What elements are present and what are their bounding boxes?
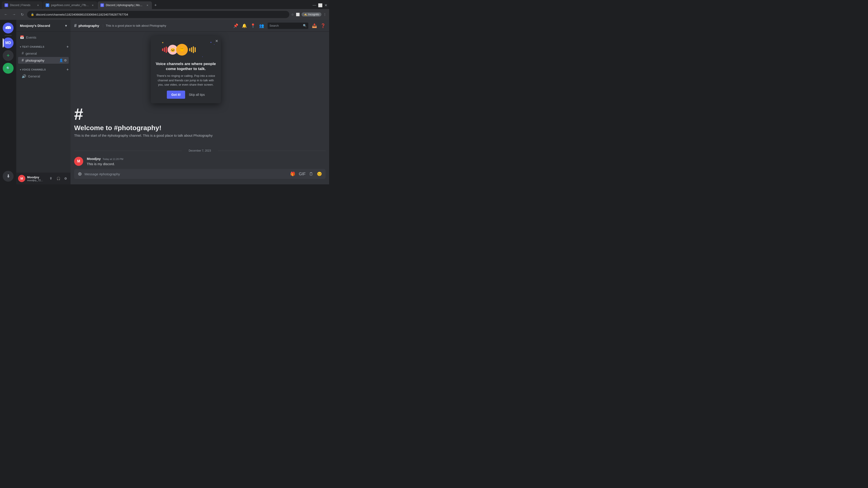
address-bar[interactable]: 🔒 discord.com/channels/11823406686103306… (27, 11, 289, 18)
channel-photography[interactable]: # photography 👤 ⚙ (18, 57, 69, 64)
user-avatar: M (18, 175, 25, 182)
restore-icon[interactable]: ⬜ (318, 3, 322, 7)
discord-home-icon[interactable] (3, 23, 13, 33)
bookmark-icon[interactable]: ☆ (291, 13, 294, 16)
input-actions: 🎁 GIF 🗒 😊 (290, 171, 322, 176)
channel-list: 📅 Events ▾ TEXT CHANNELS + # general # p… (16, 32, 70, 173)
add-text-channel-button[interactable]: + (66, 45, 69, 49)
emoji-icon[interactable]: 😊 (317, 171, 322, 176)
message-input-area: ⊕ 🎁 GIF 🗒 😊 (70, 169, 329, 184)
sparkle-3: • (214, 43, 215, 45)
notification-icon[interactable]: 🔔 (242, 23, 247, 28)
skip-tips-link[interactable]: Skip all tips (189, 93, 205, 96)
forward-button[interactable]: → (11, 11, 17, 18)
add-attachment-button[interactable]: ⊕ (78, 171, 82, 177)
extension-icon[interactable]: ⬜ (296, 13, 300, 16)
channel-general[interactable]: # general (18, 50, 69, 57)
discord-app: MD + 🔍 ⬇ Moojooy's Discord ▾ 📅 Events ▾ … (0, 20, 329, 184)
close-icon[interactable]: ✕ (324, 3, 327, 7)
message-text: This is my discord. (87, 162, 326, 166)
channel-general-label: general (26, 52, 37, 55)
channel-name-header: photography (79, 24, 99, 28)
channel-header-name: # photography (74, 23, 99, 28)
add-voice-channel-button[interactable]: + (66, 68, 69, 72)
speaker-icon: 🔊 (22, 74, 26, 78)
message-content: Moodjoy Today at 11:20 PM This is my dis… (87, 157, 326, 166)
main-content: # photography This is a good place to ta… (70, 20, 329, 184)
user-settings-button[interactable]: ⚙ (62, 175, 69, 182)
user-name: Moodjoy (27, 175, 46, 179)
lock-icon: 🔒 (31, 13, 34, 16)
reload-button[interactable]: ↻ (19, 11, 25, 18)
server-header[interactable]: Moojooy's Discord ▾ (16, 20, 70, 32)
search-bar[interactable]: Search 🔍 (268, 23, 308, 29)
header-actions: 📌 🔔 📍 👥 Search 🔍 📥 ❓ (233, 23, 326, 29)
sound-waves (189, 46, 196, 53)
members-icon[interactable]: 👥 (259, 23, 264, 28)
incognito-label: Incognito (308, 13, 319, 16)
tab-controls: — ⬜ ✕ (313, 3, 327, 7)
incognito-icon: 🕵 (304, 13, 307, 16)
tooltip-description: There's no ringing or calling. Pop into … (155, 74, 216, 87)
server-item-md[interactable]: MD (3, 37, 13, 48)
menu-icon[interactable]: ⋮ (323, 13, 327, 16)
server-green-icon[interactable]: 🔍 (3, 63, 13, 74)
tooltip-title: Voice channels are where people come tog… (155, 61, 216, 71)
headset-button[interactable]: 🎧 (55, 175, 61, 182)
tab-3[interactable]: D Discord | #photography | Mood... ✕ (98, 1, 152, 9)
pin-icon[interactable]: 📍 (250, 23, 255, 28)
tab-bar: D Discord | Friends ✕ P pageflows.com/_e… (0, 0, 329, 9)
server-divider (4, 35, 12, 36)
tab-title-3: Discord | #photography | Mood... (106, 4, 144, 7)
message-input-box: ⊕ 🎁 GIF 🗒 😊 (74, 169, 326, 179)
channel-description: This is a good place to talk about Photo… (103, 24, 166, 27)
text-channels-label: TEXT CHANNELS (22, 45, 44, 48)
nav-bar: ← → ↻ 🔒 discord.com/channels/11823406686… (0, 9, 329, 20)
gif-icon[interactable]: GIF (299, 172, 306, 176)
gift-icon[interactable]: 🎁 (290, 171, 295, 176)
minimize-icon[interactable]: — (313, 3, 316, 7)
wave-1 (189, 48, 190, 51)
channel-actions: 👤 ⚙ (59, 59, 67, 62)
text-channels-category[interactable]: ▾ TEXT CHANNELS + (16, 41, 70, 50)
mute-button[interactable]: 🎙 (48, 175, 54, 182)
new-tab-button[interactable]: + (152, 2, 159, 8)
chevron-down-icon: ▾ (65, 24, 67, 28)
threads-icon[interactable]: 📌 (233, 23, 238, 28)
got-it-button[interactable]: Got it! (167, 91, 185, 99)
back-button[interactable]: ← (3, 11, 9, 18)
tab-close-3[interactable]: ✕ (146, 3, 149, 7)
red-wave-1 (162, 48, 163, 51)
message-input[interactable] (85, 172, 287, 176)
settings-icon[interactable]: ⚙ (64, 59, 67, 62)
voice-general[interactable]: 🔊 General (18, 73, 69, 80)
date-label: December 7, 2023 (189, 149, 211, 152)
download-icon[interactable]: ⬇ (3, 171, 13, 182)
red-wave-3 (166, 46, 167, 53)
server-sidebar: MD + 🔍 ⬇ (0, 20, 16, 184)
hash-icon: # (22, 51, 24, 55)
message-time: Today at 11:20 PM (103, 158, 123, 160)
tab-close-1[interactable]: ✕ (36, 3, 40, 7)
tab-2[interactable]: P pageflows.com/_emails/_/7fb5... ✕ (43, 1, 97, 9)
message-avatar: M (74, 157, 83, 166)
tooltip-actions: Got it! Skip all tips (155, 91, 216, 99)
hash-icon-header: # (74, 23, 76, 28)
inbox-icon[interactable]: 📥 (312, 23, 317, 28)
voice-channels-category[interactable]: ▾ VOICE CHANNELS + (16, 64, 70, 72)
date-divider: December 7, 2023 (74, 149, 326, 152)
help-icon[interactable]: ❓ (320, 23, 326, 28)
welcome-description: This is the start of the #photography ch… (74, 133, 326, 137)
channel-photography-label: photography (26, 59, 44, 62)
tab-close-2[interactable]: ✕ (91, 3, 94, 7)
tab-favicon-2: P (46, 3, 49, 7)
sticker-icon[interactable]: 🗒 (309, 172, 313, 176)
search-placeholder: Search (270, 24, 279, 27)
events-item[interactable]: 📅 Events (16, 33, 70, 41)
user-settings-icon[interactable]: 👤 (59, 59, 63, 62)
tooltip-illustration: ✦ ✦ • • 🐱 (155, 41, 216, 59)
server-md-avatar[interactable]: MD (3, 37, 13, 48)
add-server-button[interactable]: + (3, 50, 13, 61)
sparkle-2: ✦ (210, 41, 212, 43)
tab-1[interactable]: D Discord | Friends ✕ (2, 1, 42, 9)
